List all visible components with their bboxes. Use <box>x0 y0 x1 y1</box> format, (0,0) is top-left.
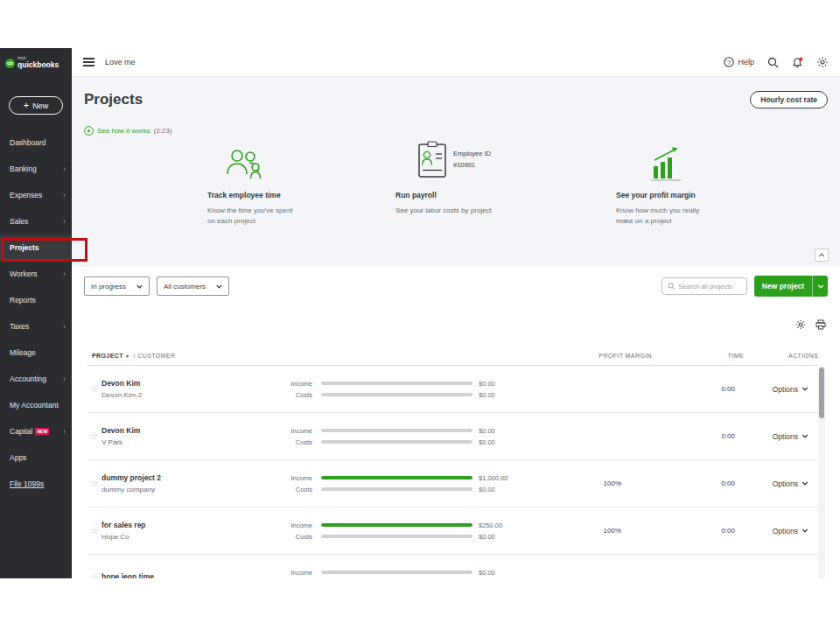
company-name[interactable]: Love me <box>105 58 136 66</box>
header-project: PROJECT <box>92 353 123 359</box>
sidebar-item-expenses[interactable]: Expenses › <box>0 182 72 208</box>
star-icon[interactable]: ☆ <box>88 383 101 395</box>
costs-label: Costs <box>280 531 312 542</box>
options-label: Options <box>773 432 798 441</box>
search-projects-box <box>662 277 747 295</box>
scrollbar-thumb[interactable] <box>819 368 824 418</box>
table-scrollbar[interactable] <box>818 366 825 578</box>
notifications-bell-icon[interactable] <box>792 57 803 68</box>
sidebar-nav: Dashboard Banking › Expenses › Sales › P… <box>0 130 72 497</box>
plus-icon: + <box>24 101 29 110</box>
feature-title: Run payroll <box>396 191 502 200</box>
sidebar-item-my-accountant[interactable]: My Accountant <box>0 392 72 418</box>
time-value: 0:00 <box>643 527 735 535</box>
money-bars <box>321 472 472 495</box>
star-icon[interactable]: ☆ <box>88 572 101 578</box>
new-project-button[interactable]: New project <box>754 276 828 297</box>
customer-filter-dropdown[interactable]: All customers <box>157 276 229 296</box>
sidebar-item-apps[interactable]: Apps <box>0 444 72 471</box>
options-button[interactable]: Options <box>735 527 809 536</box>
header-time[interactable]: TIME <box>652 353 744 359</box>
see-how-it-works-link[interactable]: See how it works (2:23) <box>84 126 172 136</box>
filters-row: In progress All customers New proje <box>72 267 840 297</box>
project-row[interactable]: ☆ for sales rep Hope Co Income Costs $25… <box>88 508 818 555</box>
project-name[interactable]: hope jeon time <box>102 572 280 579</box>
chevron-down-icon <box>817 284 824 289</box>
sidebar-item-label: File 1099s <box>10 480 44 488</box>
sidebar-item-capital[interactable]: Capital NEW › <box>0 418 72 444</box>
money-bars <box>321 567 472 579</box>
header-profit-margin[interactable]: PROFIT MARGIN <box>544 353 652 359</box>
sidebar-item-dashboard[interactable]: Dashboard <box>0 130 72 156</box>
sidebar-item-mileage[interactable]: Mileage <box>0 340 72 366</box>
projects-content: In progress All customers New proje <box>72 267 840 578</box>
options-button[interactable]: Options <box>735 480 809 488</box>
quickbooks-logo[interactable]: qb intuit quickbooks <box>0 48 72 71</box>
money-amounts: $0.00 $0.00 <box>479 378 536 401</box>
status-filter-dropdown[interactable]: In progress <box>84 276 150 296</box>
settings-gear-icon[interactable] <box>816 56 829 68</box>
project-name[interactable]: Devon Kim <box>102 379 280 388</box>
project-row[interactable]: ☆ Devon Kim Devon Kim-2 Income Costs $0.… <box>88 366 818 413</box>
quickbooks-app: qb intuit quickbooks + New Dashboard Ban… <box>0 48 840 578</box>
employee-group-icon <box>223 145 263 182</box>
sidebar-item-accounting[interactable]: Accounting › <box>0 366 72 392</box>
options-button[interactable]: Options <box>735 385 809 394</box>
video-duration: (2:23) <box>153 127 172 135</box>
employee-id-text: Employee ID #10901 <box>453 148 491 172</box>
sidebar-item-workers[interactable]: Workers › <box>0 261 72 287</box>
new-project-dropdown-toggle[interactable] <box>813 276 828 297</box>
income-amount: $0.00 <box>479 425 536 437</box>
sidebar-item-label: Apps <box>10 453 26 462</box>
project-name[interactable]: Devon Kim <box>102 426 280 435</box>
costs-amount: $0.00 <box>479 531 536 542</box>
sidebar-item-reports[interactable]: Reports <box>0 287 72 313</box>
sidebar-item-projects[interactable]: Projects <box>0 234 72 261</box>
new-button[interactable]: + New <box>9 96 63 115</box>
income-label: Income <box>280 567 312 578</box>
table-settings-gear-icon[interactable] <box>795 319 806 330</box>
sidebar-item-label: Mileage <box>10 348 36 357</box>
project-row[interactable]: ☆ hope jeon time Income Costs $0.00 $0.0… <box>88 555 818 578</box>
collapse-intro-button[interactable] <box>815 248 829 262</box>
costs-amount: $0.00 <box>479 484 536 495</box>
sidebar-item-sales[interactable]: Sales › <box>0 208 72 234</box>
new-project-label: New project <box>754 276 812 297</box>
costs-bar <box>321 535 472 538</box>
star-icon[interactable]: ☆ <box>88 430 101 442</box>
print-icon[interactable] <box>816 319 826 330</box>
costs-bar <box>321 487 472 491</box>
employee-id-badge-icon <box>418 141 446 178</box>
income-bar <box>321 429 472 432</box>
sidebar-item-file-1099s[interactable]: File 1099s <box>0 471 72 497</box>
help-button[interactable]: ? Help <box>724 57 754 67</box>
search-icon[interactable] <box>767 57 779 68</box>
hamburger-menu-icon[interactable] <box>83 58 94 66</box>
project-name[interactable]: for sales rep <box>102 521 280 529</box>
hourly-cost-rate-button[interactable]: Hourly cost rate <box>750 91 828 108</box>
sidebar-item-taxes[interactable]: Taxes › <box>0 313 72 340</box>
logo-name: quickbooks <box>18 61 59 69</box>
project-name[interactable]: dummy project 2 <box>102 473 280 482</box>
employee-id-line1: Employee ID <box>453 148 491 160</box>
chevron-right-icon: › <box>63 428 66 436</box>
star-icon[interactable]: ☆ <box>88 525 101 536</box>
search-projects-input[interactable] <box>678 283 740 290</box>
header-project-customer[interactable]: PROJECT▼ / CUSTOMER <box>88 353 544 359</box>
income-bar <box>321 476 472 480</box>
money-labels: Income Costs <box>280 378 312 401</box>
income-label: Income <box>280 425 312 437</box>
star-icon[interactable]: ☆ <box>88 478 101 489</box>
sidebar-item-label: Workers <box>10 270 38 278</box>
project-row[interactable]: ☆ dummy project 2 dummy company Income C… <box>88 460 818 508</box>
time-value: 0:00 <box>643 385 735 393</box>
sidebar-item-label: Dashboard <box>10 138 46 147</box>
money-labels: Income Costs <box>280 567 312 579</box>
costs-amount: $0.00 <box>479 389 536 401</box>
options-button[interactable]: Options <box>735 432 809 441</box>
customer-name: V Park <box>102 438 280 446</box>
sidebar-item-banking[interactable]: Banking › <box>0 156 72 182</box>
project-row[interactable]: ☆ Devon Kim V Park Income Costs $0.00 $0… <box>88 413 818 460</box>
costs-amount: $0.00 <box>479 437 536 448</box>
project-customer-cell: Devon Kim Devon Kim-2 <box>101 379 280 399</box>
